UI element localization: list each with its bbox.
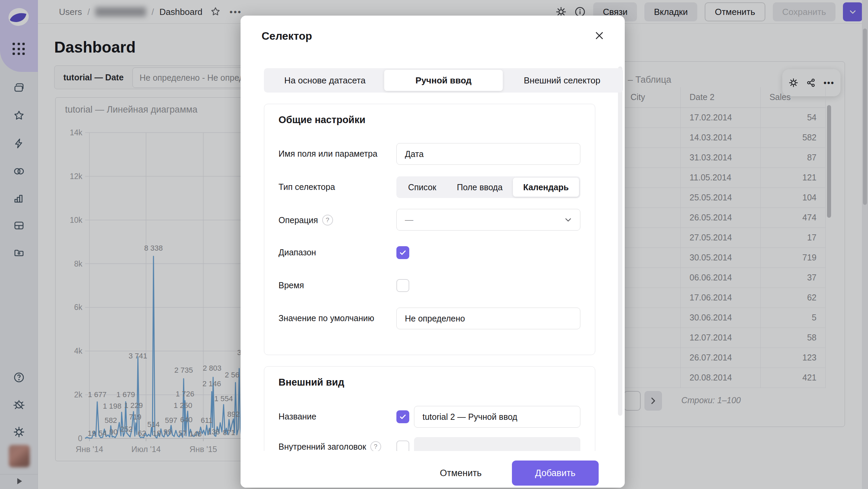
operation-select[interactable]: —: [396, 209, 580, 231]
modal-title: Селектор: [262, 30, 312, 42]
field-name-label: Имя поля или параметра: [278, 149, 377, 159]
check-icon: [399, 413, 407, 421]
time-checkbox[interactable]: [396, 279, 409, 292]
range-checkbox[interactable]: [396, 246, 409, 259]
option-input-field[interactable]: Поле ввода: [447, 178, 513, 197]
option-calendar[interactable]: Календарь: [513, 178, 579, 197]
section-heading: Общие настройки: [278, 114, 366, 125]
option-list[interactable]: Список: [398, 178, 447, 197]
selector-type-segmented: Список Поле ввода Календарь: [396, 176, 580, 198]
default-value-input[interactable]: [396, 308, 580, 329]
chevron-down-icon: [563, 215, 573, 225]
close-icon[interactable]: [593, 29, 606, 42]
title-input[interactable]: [414, 406, 580, 428]
title-checkbox[interactable]: [396, 410, 409, 423]
source-tabs: На основе датасета Ручной ввод Внешний с…: [264, 68, 623, 93]
operation-value: —: [405, 215, 413, 225]
title-label: Название: [278, 412, 316, 422]
inner-title-help-icon[interactable]: ?: [370, 441, 381, 452]
check-icon: [399, 249, 407, 257]
tab-manual-input[interactable]: Ручной ввод: [384, 70, 503, 91]
inner-title-label-text: Внутренний заголовок: [278, 442, 366, 452]
selector-type-label: Тип селектора: [278, 182, 335, 192]
modal-scrollbar-thumb[interactable]: [618, 66, 622, 416]
field-name-input[interactable]: [396, 143, 580, 165]
modal-footer: Отменить Добавить: [241, 451, 625, 488]
modal-cancel-button[interactable]: Отменить: [435, 461, 486, 486]
range-label: Диапазон: [278, 248, 316, 257]
default-value-label: Значение по умолчанию: [278, 313, 374, 323]
selector-modal: Селектор На основе датасета Ручной ввод …: [241, 16, 625, 488]
section-heading: Внешний вид: [278, 377, 344, 388]
general-settings-section: Общие настройки Имя поля или параметра Т…: [264, 104, 595, 355]
operation-label: Операция ?: [278, 215, 333, 226]
operation-help-icon[interactable]: ?: [322, 215, 333, 226]
tab-dataset-based[interactable]: На основе датасета: [266, 70, 384, 91]
modal-add-button[interactable]: Добавить: [512, 461, 599, 486]
time-label: Время: [278, 280, 304, 290]
screen: Users / / Dashboard ••• Связи Вкладки: [0, 0, 868, 489]
operation-label-text: Операция: [278, 215, 318, 225]
inner-title-label: Внутренний заголовок ?: [278, 441, 381, 452]
tab-external-selector[interactable]: Внешний селектор: [503, 70, 621, 91]
